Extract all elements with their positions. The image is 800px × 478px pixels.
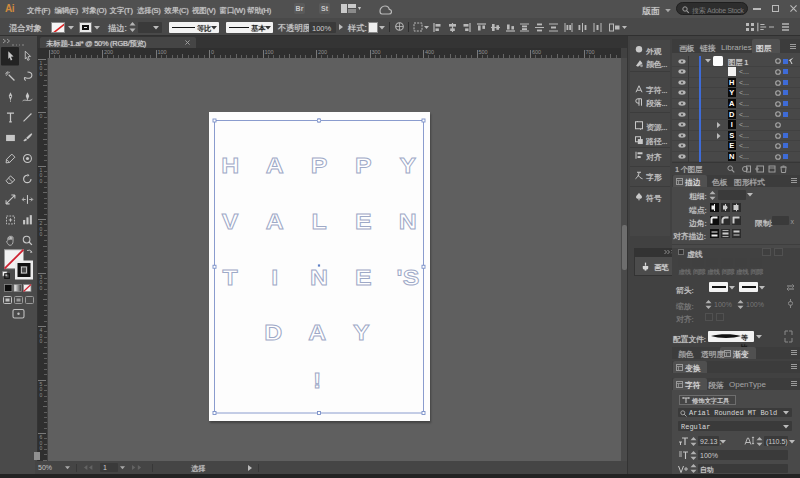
svg-text:': ' <box>397 264 403 290</box>
svg-text:P: P <box>311 152 328 178</box>
svg-text:T: T <box>223 264 239 290</box>
svg-text:V: V <box>222 208 239 234</box>
svg-text:E: E <box>355 208 372 234</box>
svg-text:L: L <box>311 208 326 234</box>
svg-text:!: ! <box>313 367 321 393</box>
svg-text:I: I <box>271 264 278 290</box>
svg-text:A: A <box>266 208 284 234</box>
svg-text:Y: Y <box>353 319 370 345</box>
svg-text:H: H <box>221 152 239 178</box>
svg-text:N: N <box>310 264 328 290</box>
svg-text:E: E <box>355 264 372 290</box>
svg-text:A: A <box>266 152 284 178</box>
svg-text:A: A <box>308 319 326 345</box>
svg-text:N: N <box>399 208 417 234</box>
svg-text:P: P <box>355 152 372 178</box>
svg-text:Y: Y <box>400 152 417 178</box>
svg-text:D: D <box>264 319 282 345</box>
svg-text:S: S <box>403 264 420 290</box>
